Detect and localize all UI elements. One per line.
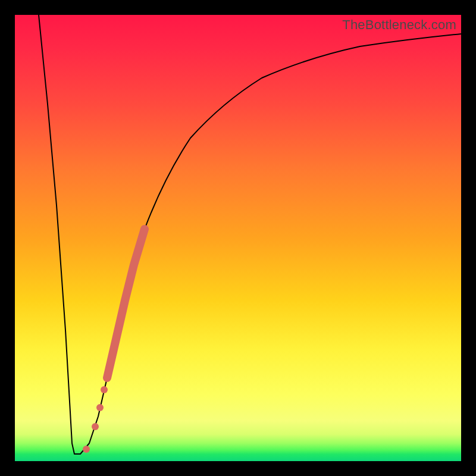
- plot-area: TheBottleneck.com: [15, 15, 461, 461]
- chart-frame: TheBottleneck.com: [0, 0, 476, 476]
- curve-dot: [92, 423, 99, 430]
- bottleneck-curve: [15, 15, 461, 461]
- curve-dot: [96, 404, 104, 411]
- curve-dot: [101, 386, 108, 393]
- curve-dot: [83, 446, 90, 453]
- curve-thick-segment: [107, 229, 145, 378]
